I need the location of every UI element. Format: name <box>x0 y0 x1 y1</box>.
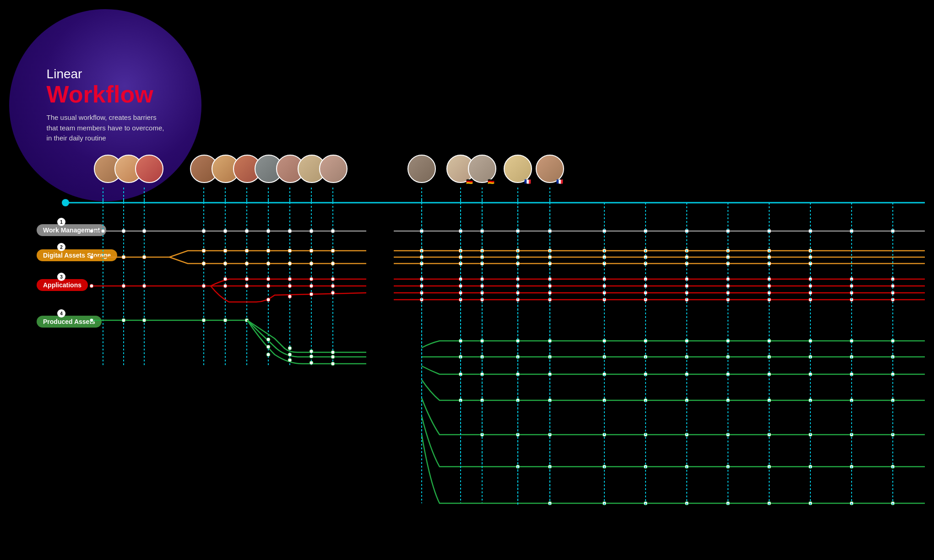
svg-point-115 <box>288 295 292 298</box>
svg-point-178 <box>202 318 206 322</box>
svg-point-112 <box>310 284 313 288</box>
svg-point-189 <box>266 353 270 356</box>
svg-point-26 <box>331 229 335 233</box>
svg-point-100 <box>202 284 206 288</box>
svg-point-50 <box>288 249 292 253</box>
svg-point-188 <box>331 355 335 359</box>
svg-point-110 <box>266 284 270 288</box>
svg-point-175 <box>90 318 93 322</box>
svg-point-99 <box>142 284 146 288</box>
svg-point-51 <box>310 249 313 253</box>
svg-point-113 <box>331 284 335 288</box>
svg-point-116 <box>310 292 313 296</box>
workflow-diagram <box>0 0 934 560</box>
svg-point-55 <box>245 262 249 265</box>
svg-point-48 <box>245 249 249 253</box>
svg-point-21 <box>223 229 227 233</box>
svg-point-191 <box>310 361 313 365</box>
svg-point-103 <box>245 277 249 281</box>
svg-point-98 <box>122 284 125 288</box>
svg-point-109 <box>245 284 249 288</box>
svg-point-105 <box>288 277 292 281</box>
timeline-start <box>62 199 69 206</box>
svg-point-49 <box>266 249 270 253</box>
svg-point-179 <box>223 318 227 322</box>
svg-point-56 <box>266 262 270 265</box>
svg-point-102 <box>223 277 227 281</box>
svg-point-25 <box>310 229 313 233</box>
svg-point-190 <box>288 358 292 362</box>
svg-point-184 <box>331 350 335 354</box>
svg-point-185 <box>266 345 270 349</box>
svg-point-23 <box>266 229 270 233</box>
svg-point-20 <box>202 229 206 233</box>
svg-point-106 <box>310 277 313 281</box>
svg-point-27 <box>90 229 93 233</box>
svg-point-104 <box>266 277 270 281</box>
svg-point-24 <box>288 229 292 233</box>
svg-point-177 <box>142 318 146 322</box>
svg-point-54 <box>223 262 227 265</box>
svg-point-111 <box>288 284 292 288</box>
svg-point-176 <box>122 318 125 322</box>
svg-point-53 <box>202 262 206 265</box>
svg-point-52 <box>331 249 335 253</box>
svg-point-117 <box>331 291 335 295</box>
svg-point-107 <box>331 277 335 281</box>
svg-point-44 <box>122 255 125 259</box>
svg-point-43 <box>90 255 93 259</box>
svg-point-57 <box>288 262 292 265</box>
svg-point-47 <box>223 249 227 253</box>
svg-point-114 <box>266 298 270 302</box>
svg-point-17 <box>101 229 105 233</box>
svg-point-46 <box>202 249 206 253</box>
svg-point-182 <box>288 346 292 350</box>
svg-point-187 <box>310 355 313 358</box>
svg-point-58 <box>310 262 313 265</box>
svg-point-59 <box>331 262 335 265</box>
svg-point-183 <box>310 350 313 353</box>
svg-point-181 <box>266 338 270 341</box>
svg-point-192 <box>331 362 335 366</box>
svg-point-108 <box>223 284 227 288</box>
svg-point-97 <box>90 284 93 288</box>
svg-point-22 <box>245 229 249 233</box>
svg-point-45 <box>142 255 146 259</box>
svg-point-186 <box>288 353 292 356</box>
svg-point-18 <box>122 229 125 233</box>
svg-point-19 <box>142 229 146 233</box>
